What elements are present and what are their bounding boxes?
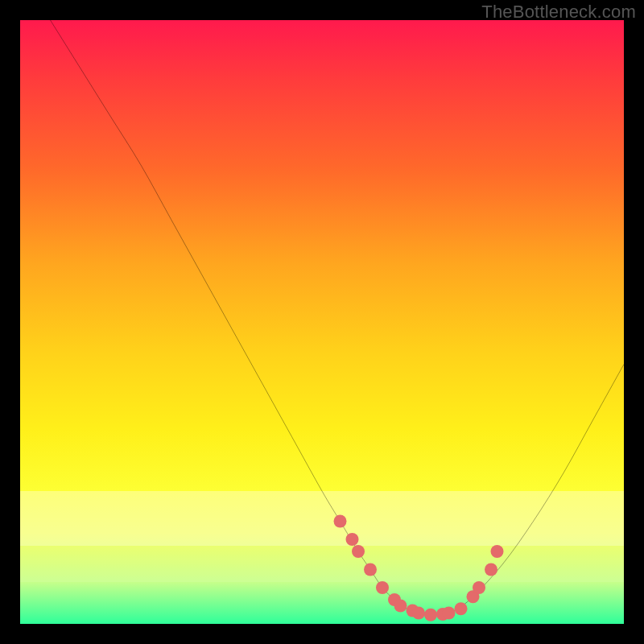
chart-frame: TheBottleneck.com bbox=[0, 0, 644, 644]
fit-marker bbox=[334, 515, 347, 528]
fit-marker bbox=[346, 533, 359, 546]
fit-marker bbox=[455, 602, 468, 615]
fit-marker bbox=[352, 545, 365, 558]
plot-area bbox=[20, 20, 624, 624]
fit-marker bbox=[394, 600, 407, 613]
fit-marker bbox=[491, 545, 504, 558]
fit-marker bbox=[424, 609, 437, 621]
fit-marker bbox=[364, 564, 377, 576]
fit-marker bbox=[412, 607, 425, 620]
fit-marker bbox=[473, 581, 485, 594]
fit-marker bbox=[443, 607, 456, 620]
fit-marker bbox=[376, 581, 389, 594]
fit-marker bbox=[485, 564, 497, 576]
fit-markers-group bbox=[334, 515, 504, 621]
chart-svg bbox=[20, 20, 624, 624]
